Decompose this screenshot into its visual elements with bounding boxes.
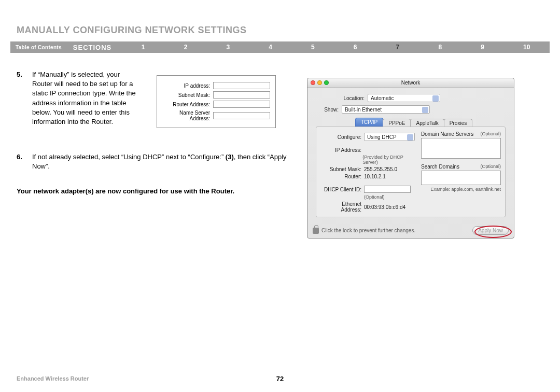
ethernet-label: Ethernet Address: [320, 201, 364, 213]
lock-row[interactable]: Click the lock to prevent further change… [313, 228, 415, 234]
section-4[interactable]: 4 [269, 44, 272, 51]
section-3[interactable]: 3 [226, 44, 230, 51]
tcpip-panel: Configure: Using DHCP IP Address: (Provi… [316, 127, 506, 217]
router-label-mac: Router: [320, 174, 364, 179]
subnet-mask-label: Subnet Mask: [162, 92, 213, 98]
section-10[interactable]: 10 [523, 44, 530, 51]
step-6-number: 6. [17, 152, 32, 171]
window-title: Network [307, 80, 514, 86]
show-select[interactable]: Built-in Ethernet [342, 105, 430, 114]
subnet-value: 255.255.255.0 [364, 166, 397, 172]
section-numbers: 1 2 3 4 5 6 7 8 9 10 [122, 44, 550, 51]
subnet-label-mac: Subnet Mask: [320, 166, 364, 172]
location-label: Location: [318, 95, 368, 101]
section-8[interactable]: 8 [438, 44, 442, 51]
ip-table: IP address: Subnet Mask: Router Address:… [157, 75, 276, 128]
apply-now-button[interactable]: Apply Now [472, 226, 509, 235]
search-domains-textarea[interactable] [421, 171, 501, 185]
lock-text: Click the lock to prevent further change… [321, 228, 415, 233]
section-1[interactable]: 1 [142, 44, 145, 51]
location-select[interactable]: Automatic [368, 94, 440, 102]
sections-label: SECTIONS [67, 44, 122, 51]
section-7-current[interactable]: 7 [396, 44, 400, 51]
confirmation-text: Your network adapter(s) are now configur… [17, 187, 289, 195]
step-6: 6. If not already selected, select “Usin… [17, 152, 289, 171]
lock-icon [313, 228, 319, 234]
page-number: 72 [276, 375, 284, 383]
show-label: Show: [318, 107, 342, 113]
router-value: 10.10.2.1 [364, 174, 386, 179]
configure-label: Configure: [320, 134, 364, 140]
name-server-field[interactable] [213, 112, 270, 119]
configure-select[interactable]: Using DHCP [364, 133, 415, 141]
section-2[interactable]: 2 [184, 44, 188, 51]
section-9[interactable]: 9 [481, 44, 484, 51]
configure-value: Using DHCP [367, 134, 397, 140]
dns-textarea[interactable] [421, 138, 501, 159]
ip-address-label: IP address: [162, 83, 213, 89]
search-optional: (Optional) [480, 164, 501, 170]
step-6-text: If not already selected, select “Using D… [32, 152, 289, 171]
mac-network-window: Network Location: Automatic Show: Built-… [307, 78, 514, 239]
name-server-label: Name Server Address: [162, 110, 213, 121]
page-title: MANUALLY CONFIGURING NETWORK SETTINGS [17, 25, 247, 36]
ethernet-value: 00:03:93:0b:c6:d4 [364, 204, 405, 210]
section-6[interactable]: 6 [354, 44, 357, 51]
section-5[interactable]: 5 [311, 44, 315, 51]
mac-titlebar: Network [307, 78, 514, 88]
router-address-field[interactable] [213, 101, 270, 108]
show-value: Built-in Ethernet [345, 107, 382, 113]
toc-link[interactable]: Table of Contents [10, 45, 67, 50]
product-name: Enhanced Wireless Router [17, 375, 89, 382]
dhcp-client-input[interactable] [364, 186, 411, 193]
dhcp-client-hint: (Optional) [364, 194, 385, 200]
step-5-text: If “Manually” is selected, your Router w… [32, 70, 141, 127]
dns-label: Domain Name Servers [421, 131, 473, 137]
step-5-number: 5. [17, 70, 32, 127]
step-6-text-a: If not already selected, select “Using D… [32, 153, 226, 161]
location-value: Automatic [371, 95, 394, 101]
router-address-label: Router Address: [162, 102, 213, 107]
page-footer: Enhanced Wireless Router 72 [17, 375, 543, 382]
section-bar: Table of Contents SECTIONS 1 2 3 4 5 6 7… [10, 41, 550, 53]
step-6-ref: (3) [226, 153, 234, 161]
dns-optional: (Optional) [480, 131, 501, 137]
example-text: Example: apple.com, earthlink.net [421, 187, 501, 192]
subnet-mask-field[interactable] [213, 91, 270, 99]
ip-hint: (Provided by DHCP Server) [362, 155, 418, 165]
dhcp-client-label: DHCP Client ID: [320, 187, 364, 192]
search-domains-label: Search Domains [421, 164, 459, 170]
ip-address-field[interactable] [213, 82, 270, 89]
ip-address-label-mac: IP Address: [320, 147, 364, 153]
